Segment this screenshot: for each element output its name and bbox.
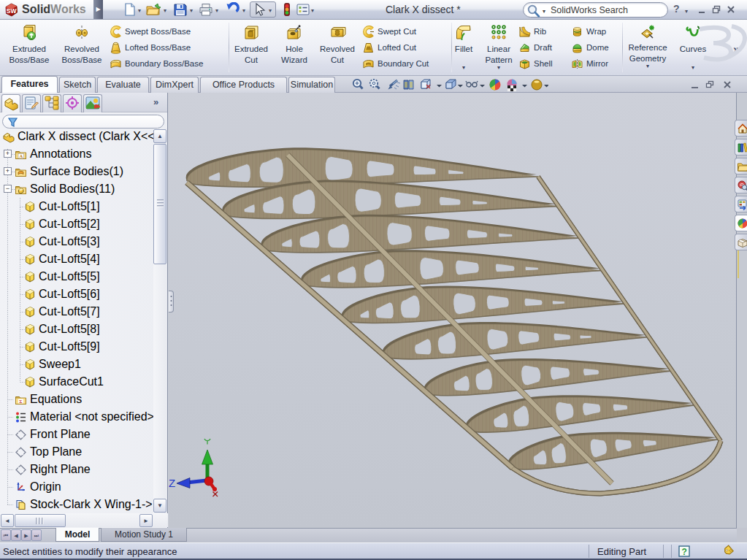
svg-text:Σ: Σ xyxy=(19,398,22,403)
svg-text:SW: SW xyxy=(7,7,18,15)
svg-text:?: ? xyxy=(682,547,687,557)
svg-text:Z: Z xyxy=(169,477,175,489)
svg-text:A: A xyxy=(19,153,23,158)
